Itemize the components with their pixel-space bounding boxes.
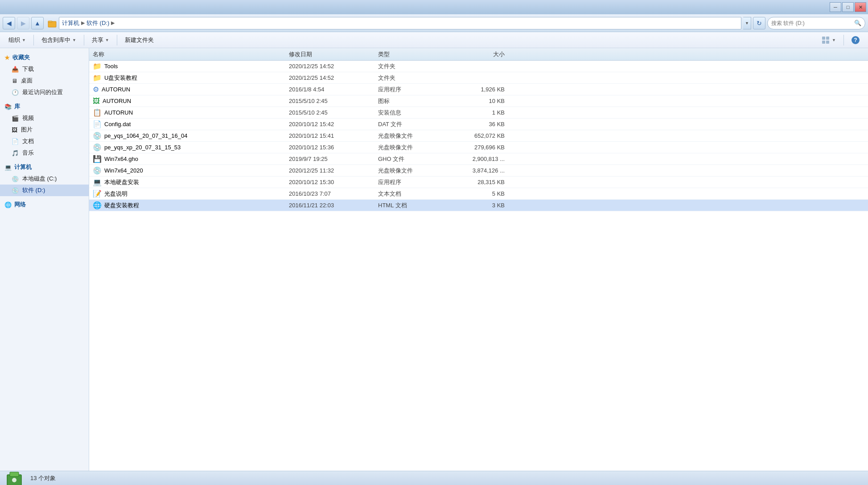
table-row[interactable]: 💿 pe_yqs_1064_20_07_31_16_04 2020/10/12 … (89, 130, 868, 142)
computer-label: 计算机 (14, 163, 32, 171)
share-label: 共享 (92, 36, 103, 44)
sidebar-item-downloads[interactable]: 📥 下载 (0, 63, 89, 75)
search-input[interactable] (771, 20, 852, 26)
toolbar-sep-2 (84, 35, 84, 45)
nav-bar: ◀ ▶ ▲ 计算机 ▶ 软件 (D:) ▶ ▼ ↻ 🔍 (0, 14, 868, 32)
file-size-cell: 5 KB (446, 190, 508, 197)
new-folder-button[interactable]: 新建文件夹 (120, 34, 159, 46)
recent-label: 最近访问的位置 (22, 88, 63, 96)
file-name-text: U盘安装教程 (104, 74, 137, 82)
table-row[interactable]: 💿 Win7x64_2020 2020/12/25 11:32 光盘映像文件 3… (89, 165, 868, 177)
help-button[interactable]: ? (847, 34, 864, 46)
file-name-cell: 📋 AUTORUN (89, 108, 285, 117)
doc-label: 文档 (22, 137, 34, 145)
breadcrumb-dropdown[interactable]: ▼ (743, 17, 751, 29)
minimize-button[interactable]: ─ (830, 2, 841, 12)
table-row[interactable]: 💻 本地硬盘安装 2020/10/12 15:30 应用程序 28,315 KB (89, 177, 868, 188)
sidebar-item-video[interactable]: 🎬 视频 (0, 112, 89, 124)
file-type-icon: 📝 (93, 189, 102, 198)
music-icon: 🎵 (12, 150, 19, 156)
file-date-cell: 2016/10/23 7:07 (285, 190, 374, 197)
downloads-icon: 📥 (12, 66, 19, 73)
file-size-cell: 10 KB (446, 98, 508, 104)
file-type-icon: 💿 (93, 132, 102, 140)
table-row[interactable]: 📁 Tools 2020/12/25 14:52 文件夹 (89, 61, 868, 72)
sidebar-item-doc[interactable]: 📄 文档 (0, 136, 89, 147)
sidebar-computer-header[interactable]: 💻 计算机 (0, 161, 89, 173)
file-type-cell: 文件夹 (374, 62, 446, 70)
table-row[interactable]: 📋 AUTORUN 2015/5/10 2:45 安装信息 1 KB (89, 107, 868, 119)
sidebar-section-network: 🌐 网络 (0, 199, 89, 210)
file-size-cell: 28,315 KB (446, 179, 508, 185)
status-bar: 13 个对象 (0, 471, 868, 485)
svg-rect-4 (822, 41, 825, 44)
col-header-name[interactable]: 名称 (89, 50, 285, 58)
file-name-text: Win7x64.gho (104, 156, 138, 162)
file-type-icon: 💻 (93, 178, 102, 186)
organize-button[interactable]: 组织 ▼ (4, 34, 31, 46)
col-header-date[interactable]: 修改日期 (285, 50, 374, 58)
file-type-icon: ⚙ (93, 85, 99, 94)
file-type-cell: 光盘映像文件 (374, 132, 446, 140)
computer-icon: 💻 (4, 164, 12, 171)
table-row[interactable]: 💾 Win7x64.gho 2019/9/7 19:25 GHO 文件 2,90… (89, 153, 868, 165)
col-header-type[interactable]: 类型 (374, 50, 446, 58)
file-type-cell: 光盘映像文件 (374, 167, 446, 175)
sidebar-item-local-c[interactable]: 💿 本地磁盘 (C:) (0, 173, 89, 185)
new-folder-label: 新建文件夹 (125, 36, 154, 44)
sidebar-item-software-d[interactable]: 💿 软件 (D:) (0, 185, 89, 196)
col-header-size[interactable]: 大小 (446, 50, 508, 58)
back-button[interactable]: ◀ (3, 17, 15, 29)
file-date-cell: 2020/10/12 15:42 (285, 121, 374, 127)
breadcrumb-computer[interactable]: 计算机 (62, 19, 79, 27)
table-row[interactable]: 💿 pe_yqs_xp_20_07_31_15_53 2020/10/12 15… (89, 142, 868, 153)
include-library-arrow: ▼ (72, 38, 76, 42)
share-button[interactable]: 共享 ▼ (87, 34, 114, 46)
table-row[interactable]: 🌐 硬盘安装教程 2016/11/21 22:03 HTML 文档 3 KB (89, 200, 868, 211)
organize-label: 组织 (8, 36, 20, 44)
breadcrumb-sep-1: ▶ (81, 20, 85, 26)
include-library-button[interactable]: 包含到库中 ▼ (37, 34, 81, 46)
file-date-cell: 2016/1/8 4:54 (285, 86, 374, 93)
sidebar-library-header[interactable]: 📚 库 (0, 101, 89, 112)
desktop-icon: 🖥 (12, 78, 17, 84)
sidebar-favorites-header[interactable]: ★ 收藏夹 (0, 52, 89, 63)
sidebar-item-recent[interactable]: 🕐 最近访问的位置 (0, 86, 89, 98)
file-name-text: Win7x64_2020 (104, 167, 143, 174)
file-size-cell: 279,696 KB (446, 144, 508, 151)
sidebar-section-favorites: ★ 收藏夹 📥 下载 🖥 桌面 🕐 最近访问的位置 (0, 52, 89, 98)
downloads-label: 下载 (22, 65, 34, 73)
software-d-label: 软件 (D:) (22, 186, 45, 194)
svg-rect-7 (10, 472, 19, 477)
share-arrow: ▼ (105, 38, 109, 42)
file-date-cell: 2020/12/25 14:52 (285, 63, 374, 70)
table-row[interactable]: 📁 U盘安装教程 2020/12/25 14:52 文件夹 (89, 72, 868, 84)
close-button[interactable]: ✕ (855, 2, 866, 12)
table-row[interactable]: 📝 光盘说明 2016/10/23 7:07 文本文档 5 KB (89, 188, 868, 200)
file-name-cell: 💿 pe_yqs_xp_20_07_31_15_53 (89, 143, 285, 152)
refresh-button[interactable]: ↻ (753, 17, 765, 29)
forward-button[interactable]: ▶ (17, 17, 29, 29)
file-type-cell: 应用程序 (374, 86, 446, 94)
table-row[interactable]: 🖼 AUTORUN 2015/5/10 2:45 图标 10 KB (89, 95, 868, 107)
sidebar-network-header[interactable]: 🌐 网络 (0, 199, 89, 210)
local-c-icon: 💿 (12, 176, 19, 182)
table-row[interactable]: ⚙ AUTORUN 2016/1/8 4:54 应用程序 1,926 KB (89, 84, 868, 95)
view-options-button[interactable]: ▼ (817, 34, 841, 46)
file-type-cell: 文件夹 (374, 74, 446, 82)
window-controls: ─ □ ✕ (830, 2, 866, 12)
include-library-label: 包含到库中 (41, 36, 70, 44)
file-name-cell: 💿 pe_yqs_1064_20_07_31_16_04 (89, 132, 285, 140)
up-button[interactable]: ▲ (31, 17, 44, 29)
column-header: 名称 修改日期 类型 大小 (89, 48, 868, 61)
file-date-cell: 2015/5/10 2:45 (285, 109, 374, 116)
sidebar-item-desktop[interactable]: 🖥 桌面 (0, 75, 89, 86)
sidebar-item-music[interactable]: 🎵 音乐 (0, 147, 89, 159)
sidebar-item-picture[interactable]: 🖼 图片 (0, 124, 89, 136)
maximize-button[interactable]: □ (842, 2, 854, 12)
library-label: 库 (14, 103, 20, 111)
file-type-cell: 光盘映像文件 (374, 144, 446, 152)
local-c-label: 本地磁盘 (C:) (22, 175, 57, 183)
breadcrumb-drive[interactable]: 软件 (D:) (86, 19, 109, 27)
table-row[interactable]: 📄 Config.dat 2020/10/12 15:42 DAT 文件 36 … (89, 119, 868, 130)
